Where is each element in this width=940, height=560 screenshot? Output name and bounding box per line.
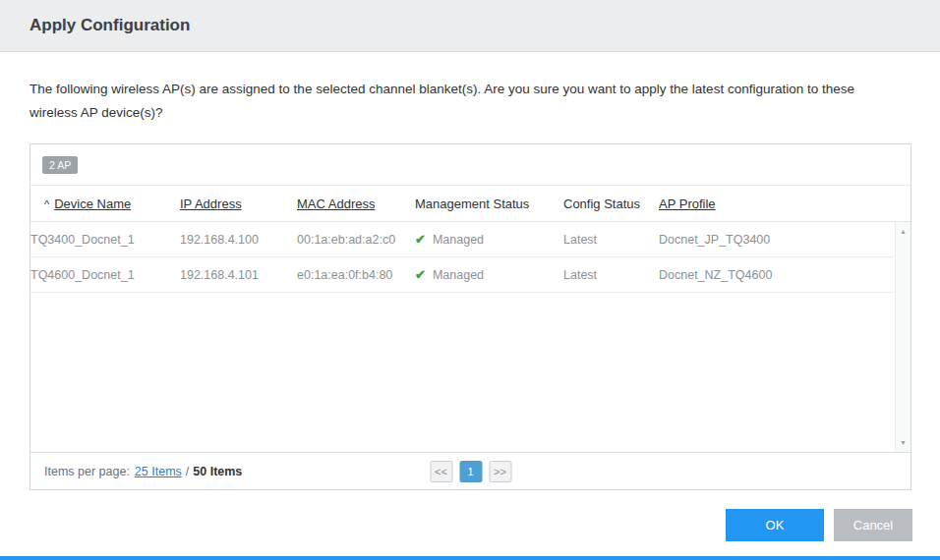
table-header: ^Device NameIP AddressMAC AddressManagem… — [30, 186, 911, 222]
items-per-page-label: Items per page: — [44, 465, 130, 478]
cell-config_status: Latest — [563, 222, 659, 257]
table-header-row: ^Device NameIP AddressMAC AddressManagem… — [30, 186, 911, 222]
cell-management_status: ✔Managed — [415, 257, 563, 293]
column-label: Device Name — [54, 196, 131, 211]
column-label: Config Status — [563, 196, 640, 211]
column-header-config_status: Config Status — [563, 186, 659, 222]
table-body-table: TQ3400_Docnet_1192.168.4.10000:1a:eb:ad:… — [30, 222, 894, 293]
cell-management_status: ✔Managed — [415, 222, 563, 257]
confirmation-message: The following wireless AP(s) are assigne… — [29, 78, 900, 124]
prev-page-button[interactable]: << — [430, 461, 452, 482]
dialog-title: Apply Configuration — [29, 16, 190, 35]
column-header-mac_address[interactable]: MAC Address — [297, 186, 415, 222]
table-body-area: TQ3400_Docnet_1192.168.4.10000:1a:eb:ad:… — [30, 222, 911, 452]
management-status-text: Managed — [433, 233, 484, 247]
badge-row: 2 AP — [30, 144, 911, 186]
table-footer: Items per page:25 Items/50 Items << 1 >> — [30, 452, 911, 489]
column-label: Management Status — [415, 196, 529, 211]
column-header-ip_address[interactable]: IP Address — [180, 186, 297, 222]
cell-ip_address: 192.168.4.101 — [180, 257, 297, 293]
current-page-button[interactable]: 1 — [459, 461, 482, 482]
dialog-header: Apply Configuration — [0, 0, 940, 52]
column-label: AP Profile — [659, 196, 716, 211]
cancel-button[interactable]: Cancel — [834, 509, 912, 541]
vertical-scrollbar[interactable]: ▲ ▼ — [895, 222, 911, 452]
next-page-button[interactable]: >> — [489, 461, 511, 482]
cell-ap_profile: Docnet_JP_TQ3400 — [659, 222, 894, 257]
dialog-actions: OK Cancel — [726, 509, 912, 541]
scroll-up-icon[interactable]: ▲ — [896, 224, 911, 239]
column-header-device_name[interactable]: ^Device Name — [30, 186, 180, 222]
managed-check-icon: ✔ — [415, 232, 426, 247]
table-row[interactable]: TQ4600_Docnet_1192.168.4.101e0:1a:ea:0f:… — [30, 257, 894, 293]
cell-mac_address: 00:1a:eb:ad:a2:c0 — [297, 222, 415, 257]
managed-check-icon: ✔ — [415, 267, 426, 282]
column-label: IP Address — [180, 196, 242, 211]
table-row[interactable]: TQ3400_Docnet_1192.168.4.10000:1a:eb:ad:… — [30, 222, 894, 257]
sort-asc-icon: ^ — [44, 198, 49, 210]
cell-ip_address: 192.168.4.100 — [180, 222, 297, 257]
ap-count-badge: 2 AP — [42, 156, 78, 174]
cell-mac_address: e0:1a:ea:0f:b4:80 — [297, 257, 415, 293]
cell-device_name: TQ4600_Docnet_1 — [30, 257, 180, 293]
scroll-down-icon[interactable]: ▼ — [896, 435, 911, 450]
cell-config_status: Latest — [563, 257, 659, 293]
column-label: MAC Address — [297, 196, 375, 211]
table-body: TQ3400_Docnet_1192.168.4.10000:1a:eb:ad:… — [30, 222, 894, 293]
items-per-page-link[interactable]: 25 Items — [135, 465, 182, 478]
ok-button[interactable]: OK — [726, 509, 824, 541]
management-status-text: Managed — [433, 268, 484, 282]
total-items: 50 Items — [193, 465, 242, 478]
bottom-accent-bar — [0, 556, 940, 560]
ap-table: 2 AP ^Device NameIP AddressMAC AddressMa… — [29, 143, 911, 490]
items-separator: / — [186, 465, 189, 478]
cell-device_name: TQ3400_Docnet_1 — [30, 222, 180, 257]
column-header-management_status: Management Status — [415, 186, 563, 222]
pagination: << 1 >> — [430, 461, 511, 482]
items-per-page: Items per page:25 Items/50 Items — [44, 465, 242, 478]
column-header-ap_profile[interactable]: AP Profile — [659, 186, 911, 222]
cell-ap_profile: Docnet_NZ_TQ4600 — [659, 257, 894, 293]
